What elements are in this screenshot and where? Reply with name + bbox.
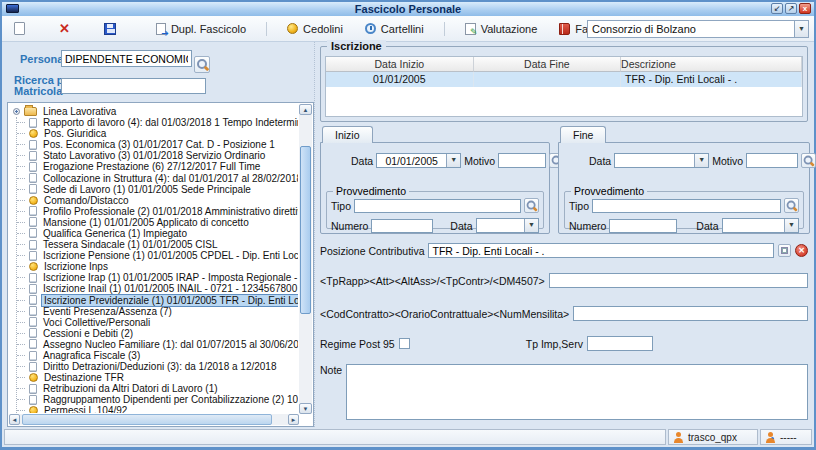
fine-motivo-input[interactable] [746, 153, 798, 168]
delete-icon[interactable]: ✕ [59, 22, 70, 35]
chevron-down-icon[interactable]: ▼ [694, 154, 708, 167]
tree-item-label: Diritto Detrazioni/Deduzioni (3): da 1/2… [41, 361, 278, 372]
tree-item[interactable]: Sede di Lavoro (1) 01/01/2005 Sede Princ… [10, 184, 298, 195]
close-button[interactable]: x [799, 3, 811, 14]
dupl-fascicolo-button[interactable]: Dupl. Fascicolo [150, 21, 252, 37]
codcontratto-label: <CodContratto><OrarioContrattuale><NumMe… [320, 308, 569, 320]
chevron-down-icon[interactable]: ▼ [446, 154, 460, 167]
tree-item[interactable]: Cessioni e Debiti (2) [10, 328, 298, 339]
tree-item[interactable]: Anagrafica Fiscale (3) [10, 350, 298, 361]
note-textarea[interactable] [346, 364, 808, 420]
tree-root[interactable]: Linea Lavorativa [10, 105, 298, 117]
tree-item[interactable]: Mansione (1) 01/01/2005 Applicato di con… [10, 217, 298, 228]
persona-search-button[interactable] [194, 56, 210, 73]
tree-item-label: Iscrizione Inps [42, 261, 110, 272]
tree-item[interactable]: Pos. Economica (3) 01/01/2017 Cat. D - P… [10, 139, 298, 150]
fine-motivo-search-button[interactable] [801, 153, 816, 168]
tree-item-label: Voci Collettive/Personali [41, 317, 152, 328]
tree-item[interactable]: Retribuzioni da Altri Datori di Lavoro (… [10, 383, 298, 394]
tree-expand-toggle[interactable] [13, 108, 20, 115]
inizio-tipo-input[interactable] [354, 199, 521, 213]
tree-item[interactable]: Erogazione Prestazione (6) 27/12/2017 Fu… [10, 161, 298, 172]
chevron-down-icon[interactable]: ▼ [524, 219, 538, 232]
tree-item[interactable]: Assegno Nucleo Familiare (1): dal 01/07/… [10, 339, 298, 350]
tree-vertical-scrollbar[interactable]: ▲ ▼ [299, 104, 312, 414]
minimize-button[interactable]: ↙ [771, 3, 783, 14]
scroll-left-icon[interactable]: ◄ [9, 414, 20, 425]
tree-item[interactable]: Iscrizione Pensione (1) 01/01/2005 CPDEL… [10, 250, 298, 261]
tree-item[interactable]: Rapporto di lavoro (4): dal 01/03/2018 1… [10, 117, 298, 128]
list-icon[interactable] [778, 244, 791, 257]
tree-root-label: Linea Lavorativa [41, 106, 118, 117]
column-header-descrizione[interactable]: Descrizione [621, 57, 802, 72]
cedolini-icon [287, 23, 298, 34]
folder-icon [24, 107, 37, 116]
chevron-down-icon[interactable]: ▼ [784, 219, 798, 232]
save-icon[interactable] [104, 23, 116, 35]
scroll-right-icon[interactable]: ► [288, 414, 299, 425]
scrollbar-thumb[interactable] [22, 414, 272, 425]
inizio-numero-input[interactable] [371, 219, 433, 233]
tree-item[interactable]: Tessera Sindacale (1) 01/01/2005 CISL [10, 239, 298, 250]
company-selector[interactable]: Consorzio di Bolzano ▼ [587, 20, 809, 38]
fine-tipo-search-button[interactable] [784, 198, 799, 213]
tab-inizio[interactable]: Inizio [322, 126, 373, 143]
persona-input[interactable] [61, 50, 192, 67]
valutazione-button[interactable]: Valutazione [459, 21, 544, 37]
dupl-fascicolo-label: Dupl. Fascicolo [171, 23, 246, 35]
tprapp-input[interactable] [549, 273, 808, 288]
tab-fine[interactable]: Fine [560, 126, 606, 143]
tree-item[interactable]: Iscrizione Previdenziale (1) 01/01/2005 … [10, 295, 298, 306]
tree-item[interactable]: Stato Lavorativo (3) 01/01/2018 Servizio… [10, 150, 298, 161]
tree-horizontal-scrollbar[interactable]: ◄ ► [9, 414, 299, 425]
fine-numero-input[interactable] [609, 219, 677, 233]
tree-item-icon [29, 151, 37, 161]
clear-icon[interactable] [795, 244, 808, 257]
tree-item[interactable]: Permessi L.104/92 [10, 405, 298, 413]
scroll-down-icon[interactable]: ▼ [299, 403, 312, 414]
tree-item[interactable]: Diritto Detrazioni/Deduzioni (3): da 1/2… [10, 361, 298, 372]
chevron-down-icon[interactable]: ▼ [794, 21, 808, 37]
column-header-data-inizio[interactable]: Data Inizio [326, 57, 474, 72]
tree-item[interactable]: Iscrizione Irap (1) 01/01/2005 IRAP - Im… [10, 272, 298, 283]
numero-label: Numero [569, 220, 606, 232]
tree-item[interactable]: Raggruppamento Dipendenti per Contabiliz… [10, 394, 298, 405]
tree-item[interactable]: Pos. Giuridica [10, 128, 298, 139]
scroll-up-icon[interactable]: ▲ [299, 104, 312, 115]
posizione-contributiva-input[interactable] [428, 243, 774, 258]
tree-item[interactable]: Voci Collettive/Personali [10, 317, 298, 328]
tree-item[interactable]: Profilo Professionale (2) 01/01/2018 Amm… [10, 206, 298, 217]
inizio-data-combo[interactable]: 01/01/2005 ▼ [376, 153, 461, 168]
tree-item[interactable]: Qualifica Generica (1) Impiegato [10, 228, 298, 239]
scrollbar-thumb[interactable] [300, 146, 311, 314]
tp-imp-serv-input[interactable] [587, 336, 653, 351]
table-row[interactable]: 01/01/2005 TFR - Dip. Enti Locali - . [326, 72, 802, 87]
fine-tipo-input[interactable] [592, 199, 781, 213]
regime-post95-checkbox[interactable] [399, 338, 410, 349]
inizio-provvedimento-data-combo[interactable]: ▼ [476, 218, 539, 233]
tree-item[interactable]: Iscrizione Inps [10, 261, 298, 272]
fine-motivo-label: Motivo [712, 155, 743, 167]
ricerca-matricola-input[interactable] [61, 78, 206, 94]
inizio-tipo-search-button[interactable] [524, 198, 539, 213]
panel-splitter[interactable] [314, 42, 317, 427]
tree-item[interactable]: Eventi Presenza/Assenza (7) [10, 306, 298, 317]
valutazione-icon [465, 23, 476, 35]
inizio-motivo-input[interactable] [498, 153, 546, 168]
tree-item[interactable]: Destinazione TFR [10, 372, 298, 383]
tipo-label: Tipo [331, 200, 351, 212]
inizio-data-value: 01/01/2005 [377, 155, 446, 167]
tree-item[interactable]: Comando/Distacco [10, 195, 298, 206]
maximize-button[interactable]: ↗ [785, 3, 797, 14]
cedolini-button[interactable]: Cedolini [281, 21, 349, 37]
new-document-icon[interactable] [14, 22, 25, 35]
fine-data-combo[interactable]: ▼ [614, 153, 709, 168]
tree-item-icon [29, 406, 38, 413]
fine-provvedimento-data-combo[interactable]: ▼ [722, 218, 799, 233]
tree-item-label: Raggruppamento Dipendenti per Contabiliz… [41, 394, 298, 405]
tree-item[interactable]: Collocazione in Struttura (4): dal 01/01… [10, 172, 298, 183]
tree-item-icon [29, 328, 37, 338]
cartellini-button[interactable]: Cartellini [359, 21, 430, 37]
codcontratto-input[interactable] [573, 306, 808, 321]
column-header-data-fine[interactable]: Data Fine [474, 57, 622, 72]
